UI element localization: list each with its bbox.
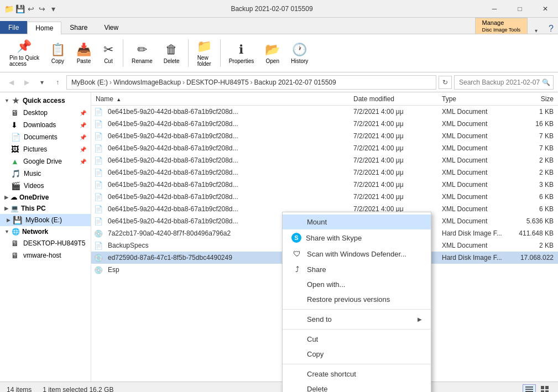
forward-button[interactable]: ▶	[20, 76, 33, 89]
google-drive-icon: ▲	[11, 157, 20, 166]
tab-view[interactable]: View	[96, 21, 127, 34]
ribbon-content: 📌 Pin to Quickaccess 📋 Copy 📥 Paste ✂ Cu…	[0, 34, 558, 72]
ctx-label: Mount	[307, 218, 327, 226]
file-size: 1 KB	[512, 108, 556, 116]
sidebar-section-onedrive[interactable]: ▶ ☁ OneDrive	[0, 192, 91, 203]
properties-button[interactable]: ℹ Properties	[224, 40, 259, 67]
minimize-button[interactable]: ─	[482, 0, 507, 18]
ctx-item-send-to[interactable]: Send to▶	[283, 309, 431, 327]
refresh-button[interactable]: ↻	[439, 76, 452, 89]
details-view-button[interactable]	[523, 384, 536, 393]
file-row[interactable]: 📄 0e641be5-9a20-442d-bba8-67a1b9cf208d..…	[91, 154, 558, 166]
manage-tab[interactable]: ManageDisc Image Tools	[475, 18, 528, 34]
file-type: XML Document	[440, 144, 512, 152]
large-icons-view-button[interactable]	[538, 384, 551, 393]
col-header-type[interactable]: Type	[440, 95, 512, 103]
file-date: 7/2/2021 4:00 μμ	[351, 144, 440, 152]
window-title: Backup 2021-02-07 015509	[62, 5, 482, 13]
desktop-icon: 🖥	[11, 108, 20, 117]
address-path[interactable]: MyBook (E:) › WindowsImageBackup › DESKT…	[66, 75, 436, 90]
sidebar-item-downloads[interactable]: ⬇ Downloads 📌	[0, 119, 91, 131]
search-box[interactable]: 🔍	[454, 75, 554, 90]
ctx-item-restore-versions[interactable]: Restore previous versions	[283, 292, 431, 307]
col-header-date[interactable]: Date modified	[351, 95, 440, 103]
sidebar-item-pictures[interactable]: 🖼 Pictures 📌	[0, 143, 91, 155]
sidebar-item-videos[interactable]: 🎬 Videos	[0, 180, 91, 192]
close-button[interactable]: ✕	[533, 0, 558, 18]
sidebar-item-mybook[interactable]: ▶ 💾 MyBook (E:)	[0, 214, 91, 226]
sidebar-section-this-pc[interactable]: ▶ 💻 This PC	[0, 203, 91, 214]
file-icon: 📄	[93, 180, 103, 190]
file-size: 7 KB	[512, 132, 556, 140]
svg-rect-4	[541, 386, 544, 389]
file-row[interactable]: 📄 0e641be5-9a20-442d-bba8-67a1b9cf208d..…	[91, 106, 558, 118]
file-type: XML Document	[440, 193, 512, 201]
path-segment-4: Backup 2021-02-07 015509	[254, 79, 336, 86]
ctx-item-create-shortcut[interactable]: Create shortcut	[283, 364, 431, 381]
sidebar-item-documents[interactable]: 📄 Documents 📌	[0, 131, 91, 143]
pin-indicator-5: 📌	[80, 159, 86, 165]
tab-file[interactable]: File	[0, 21, 27, 34]
large-icons-view-icon	[540, 385, 549, 393]
ctx-item-scan-defender[interactable]: 🛡Scan with Windows Defender...	[283, 246, 431, 262]
quick-access-label: Quick access	[23, 97, 65, 104]
pin-quick-access-button[interactable]: 📌 Pin to Quickaccess	[4, 36, 44, 70]
file-name: 0e641be5-9a20-442d-bba8-67a1b9cf208d...	[106, 108, 241, 116]
file-row[interactable]: 📄 0e641be5-9a20-442d-bba8-67a1b9cf208d..…	[91, 191, 558, 203]
col-header-size[interactable]: Size	[512, 95, 556, 103]
open-button[interactable]: 📂 Open	[260, 40, 285, 67]
svg-rect-1	[525, 389, 533, 390]
file-row[interactable]: 📄 0e641be5-9a20-442d-bba8-67a1b9cf208d..…	[91, 118, 558, 130]
up-button[interactable]: ↑	[51, 76, 64, 89]
cut-button[interactable]: ✂ Cut	[97, 40, 119, 67]
history-button[interactable]: 🕐 History	[286, 40, 313, 67]
ctx-item-copy[interactable]: Copy	[283, 347, 431, 362]
ctx-item-mount[interactable]: Mount	[283, 215, 431, 229]
open-icon: 📂	[265, 43, 280, 57]
ctx-item-share-skype[interactable]: SShare with Skype	[283, 229, 431, 246]
ribbon-expand[interactable]: ▾	[528, 28, 544, 34]
recent-locations-button[interactable]: ▾	[35, 76, 49, 89]
ctx-item-open-with[interactable]: Open with...	[283, 277, 431, 292]
file-name: BackupSpecs	[106, 242, 150, 249]
tab-share[interactable]: Share	[61, 21, 96, 34]
file-size: 6 KB	[512, 205, 556, 213]
sidebar-item-google-drive[interactable]: ▲ Google Drive 📌	[0, 155, 91, 168]
file-row[interactable]: 📄 0e641be5-9a20-442d-bba8-67a1b9cf208d..…	[91, 166, 558, 179]
new-folder-icon: 📁	[197, 39, 212, 54]
paste-button[interactable]: 📥 Paste	[71, 40, 96, 67]
file-row[interactable]: 📄 0e641be5-9a20-442d-bba8-67a1b9cf208d..…	[91, 130, 558, 142]
rename-button[interactable]: ✏ Rename	[127, 40, 158, 67]
file-icon: 📄	[93, 204, 103, 214]
selected-info: 1 item selected 16,2 GB	[43, 386, 113, 393]
back-button[interactable]: ◀	[4, 76, 18, 89]
file-type: XML Document	[440, 108, 512, 116]
file-icon: 📄	[93, 192, 103, 202]
ctx-item-share[interactable]: ⤴Share	[283, 262, 431, 277]
sidebar-section-quick-access[interactable]: ▼ ★ Quick access	[0, 95, 91, 107]
copy-button[interactable]: 📋 Copy	[45, 40, 70, 67]
search-input[interactable]	[459, 79, 542, 86]
file-name: Esp	[106, 266, 122, 274]
file-list-header: Name ▲ Date modified Type Size	[91, 92, 558, 106]
tab-home[interactable]: Home	[27, 22, 61, 34]
sidebar-section-network[interactable]: ▼ 🌐 Network	[0, 226, 91, 237]
sidebar-item-desktop-hu849t5[interactable]: 🖥 DESKTOP-HU849T5	[0, 237, 91, 249]
ctx-item-cut[interactable]: Cut	[283, 329, 431, 347]
sidebar-item-desktop[interactable]: 🖥 Desktop 📌	[0, 107, 91, 119]
sidebar-item-music[interactable]: 🎵 Music	[0, 168, 91, 180]
file-row[interactable]: 📄 0e641be5-9a20-442d-bba8-67a1b9cf208d..…	[91, 142, 558, 154]
maximize-button[interactable]: □	[507, 0, 533, 18]
new-folder-button[interactable]: 📁 Newfolder	[192, 36, 217, 70]
ribbon-divider-1	[123, 39, 123, 67]
this-pc-arrow: ▶	[4, 206, 8, 211]
col-header-name[interactable]: Name ▲	[93, 95, 351, 103]
sidebar-item-vmware-host[interactable]: 🖥 vmware-host	[0, 249, 91, 262]
file-icon: 💿	[93, 228, 103, 238]
ctx-item-delete[interactable]: Delete	[283, 381, 431, 392]
file-size: 3 KB	[512, 181, 556, 189]
delete-button[interactable]: 🗑 Delete	[159, 40, 185, 67]
help-button[interactable]: ?	[544, 24, 558, 34]
file-row[interactable]: 📄 0e641be5-9a20-442d-bba8-67a1b9cf208d..…	[91, 179, 558, 191]
sidebar: ▼ ★ Quick access 🖥 Desktop 📌 ⬇ Downloads…	[0, 92, 91, 381]
